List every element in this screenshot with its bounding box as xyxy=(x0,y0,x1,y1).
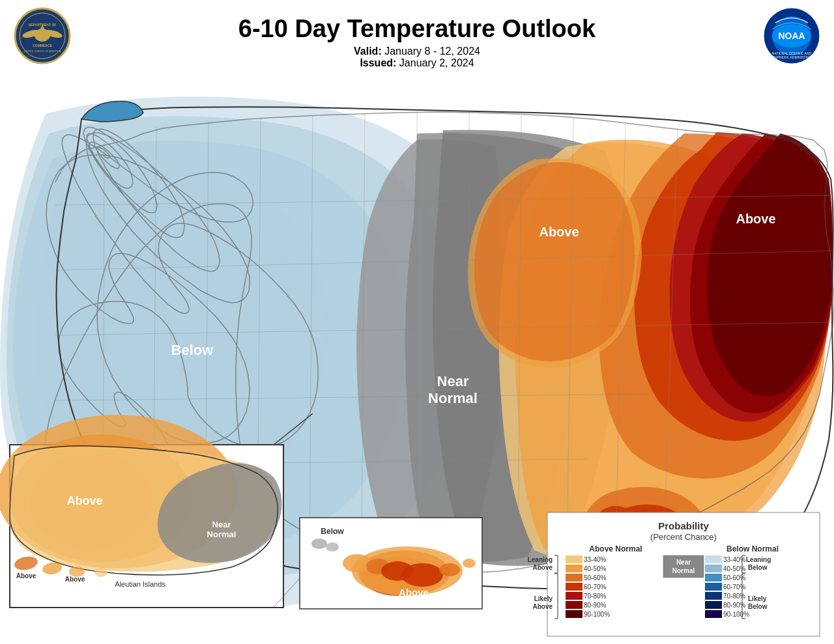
main-title: 6-10 Day Temperature Outlook xyxy=(238,16,596,43)
svg-point-60 xyxy=(311,539,327,549)
svg-text:NOAA: NOAA xyxy=(778,31,805,41)
svg-text:UNITED STATES OF AMERICA: UNITED STATES OF AMERICA xyxy=(24,49,61,53)
svg-rect-94 xyxy=(705,601,722,609)
svg-text:60-70%: 60-70% xyxy=(584,583,607,591)
above-great-lakes-label: Above xyxy=(539,225,579,239)
svg-text:COMMERCE: COMMERCE xyxy=(33,44,52,48)
main-container: DEPARTMENT OF COMMERCE UNITED STATES OF … xyxy=(0,0,834,644)
temperature-map: Below Near Normal Above Above Above xyxy=(0,75,834,644)
svg-rect-80 xyxy=(566,601,582,609)
svg-rect-86 xyxy=(705,565,722,572)
svg-text:40-50%: 40-50% xyxy=(584,565,607,572)
svg-rect-90 xyxy=(705,583,722,591)
svg-text:Above: Above xyxy=(532,564,553,571)
svg-point-59 xyxy=(463,559,476,568)
above-northeast-label: Above xyxy=(736,212,775,226)
svg-text:Above: Above xyxy=(65,576,85,583)
dept-seal-logo: DEPARTMENT OF COMMERCE UNITED STATES OF … xyxy=(13,7,72,65)
title-block: 6-10 Day Temperature Outlook Valid: Janu… xyxy=(238,16,596,69)
svg-text:Likely: Likely xyxy=(534,595,553,602)
svg-point-61 xyxy=(326,542,339,552)
svg-rect-76 xyxy=(566,583,582,591)
svg-rect-88 xyxy=(705,574,722,581)
svg-point-58 xyxy=(439,563,460,576)
svg-point-45 xyxy=(94,568,108,577)
svg-text:Likely: Likely xyxy=(748,595,767,602)
svg-point-57 xyxy=(401,563,443,587)
header: DEPARTMENT OF COMMERCE UNITED STATES OF … xyxy=(0,0,834,85)
issued-date: January 2, 2024 xyxy=(399,57,474,68)
svg-point-54 xyxy=(343,554,371,572)
svg-rect-92 xyxy=(705,592,722,600)
below-hawaii-label: Below xyxy=(321,527,344,536)
svg-text:Leaning: Leaning xyxy=(528,556,553,563)
svg-text:Normal: Normal xyxy=(207,529,237,539)
svg-rect-70 xyxy=(566,555,582,563)
valid-label: Valid: xyxy=(354,46,382,57)
subtitle: Valid: January 8 - 12, 2024 Issued: Janu… xyxy=(238,46,596,69)
svg-text:Leaning: Leaning xyxy=(746,556,771,563)
svg-text:Normal: Normal xyxy=(428,390,478,406)
svg-text:Below: Below xyxy=(748,603,768,610)
svg-text:Above: Above xyxy=(532,603,553,610)
noaa-logo: NOAA NATIONAL OCEANIC AND ATMOSPHERIC AD… xyxy=(762,7,821,65)
svg-rect-74 xyxy=(566,574,582,581)
above-hawaii-label: Above xyxy=(399,587,429,598)
svg-text:Probability: Probability xyxy=(658,520,709,531)
svg-text:Near: Near xyxy=(676,559,691,566)
svg-text:Normal: Normal xyxy=(672,567,695,574)
svg-text:ATMOSPHERIC ADMINISTRATION: ATMOSPHERIC ADMINISTRATION xyxy=(766,55,818,59)
valid-date: January 8 - 12, 2024 xyxy=(384,46,480,57)
svg-text:Below: Below xyxy=(748,564,768,571)
above-bottom-left-label: Above xyxy=(16,572,36,580)
svg-text:90-100%: 90-100% xyxy=(584,611,610,618)
svg-text:80-90%: 80-90% xyxy=(584,602,607,609)
svg-rect-82 xyxy=(566,610,582,618)
svg-text:33-40%: 33-40% xyxy=(584,556,607,563)
svg-rect-96 xyxy=(705,610,722,618)
near-normal-alaska-label: Near xyxy=(212,520,231,529)
svg-text:Below Normal: Below Normal xyxy=(726,544,779,553)
svg-text:70-80%: 70-80% xyxy=(584,593,607,600)
svg-text:50-60%: 50-60% xyxy=(584,574,607,581)
map-area: Below Near Normal Above Above Above xyxy=(0,75,834,644)
issued-label: Issued: xyxy=(360,57,396,68)
svg-rect-72 xyxy=(566,565,582,572)
above-alaska-label: Above xyxy=(66,494,102,507)
svg-rect-78 xyxy=(566,592,582,600)
below-label: Below xyxy=(171,342,214,358)
svg-text:Above Normal: Above Normal xyxy=(589,544,642,553)
aleutian-label: Aleutian Islands xyxy=(115,580,165,588)
svg-text:(Percent Chance): (Percent Chance) xyxy=(650,532,717,542)
svg-rect-84 xyxy=(705,555,722,563)
near-normal-label: Near xyxy=(437,373,469,389)
svg-text:90-100%: 90-100% xyxy=(723,611,749,618)
